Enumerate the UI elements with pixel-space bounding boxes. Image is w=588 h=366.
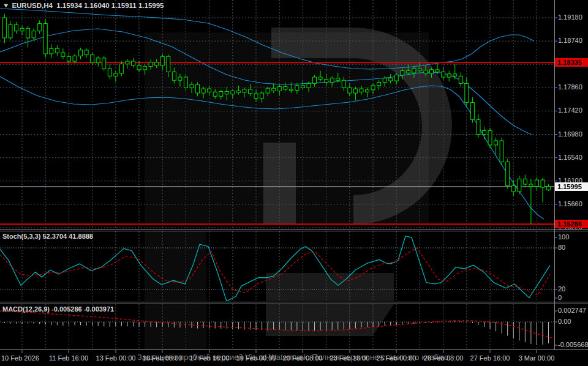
candle [470, 97, 474, 123]
candle [494, 138, 498, 155]
candle [108, 64, 111, 79]
trading-terminal-chart: ▼EURUSD,H4 1.15934 1.16040 1.15911 1.159… [0, 0, 588, 366]
candle [79, 48, 83, 59]
candle [91, 52, 94, 65]
candle [547, 184, 551, 191]
candle [488, 128, 492, 148]
candle [2, 14, 6, 43]
candle [119, 61, 123, 76]
candle [447, 71, 451, 81]
candle [523, 174, 527, 187]
candle [506, 159, 510, 189]
candle [529, 179, 533, 224]
candle [61, 48, 65, 59]
candle [465, 78, 469, 106]
candle [535, 177, 538, 191]
chart-canvas[interactable] [0, 0, 588, 366]
candle [132, 58, 135, 68]
candle [43, 20, 47, 58]
candle [459, 72, 462, 86]
candle [500, 138, 503, 165]
candle [85, 48, 88, 58]
candle [26, 26, 30, 48]
candle [483, 127, 486, 140]
candle [38, 20, 42, 34]
candle [9, 21, 12, 40]
candle [55, 45, 59, 56]
candle [15, 22, 18, 34]
candle [518, 176, 521, 194]
candle [511, 180, 515, 196]
candle [50, 44, 53, 58]
candle [126, 59, 129, 69]
watermark-logo [145, 28, 452, 349]
candle [96, 56, 100, 66]
candle [477, 114, 480, 138]
candle [541, 178, 545, 203]
candle [114, 71, 118, 82]
candle [20, 26, 24, 35]
candle [102, 56, 106, 70]
candle [442, 67, 445, 81]
candle [73, 54, 77, 64]
candle [32, 28, 36, 40]
